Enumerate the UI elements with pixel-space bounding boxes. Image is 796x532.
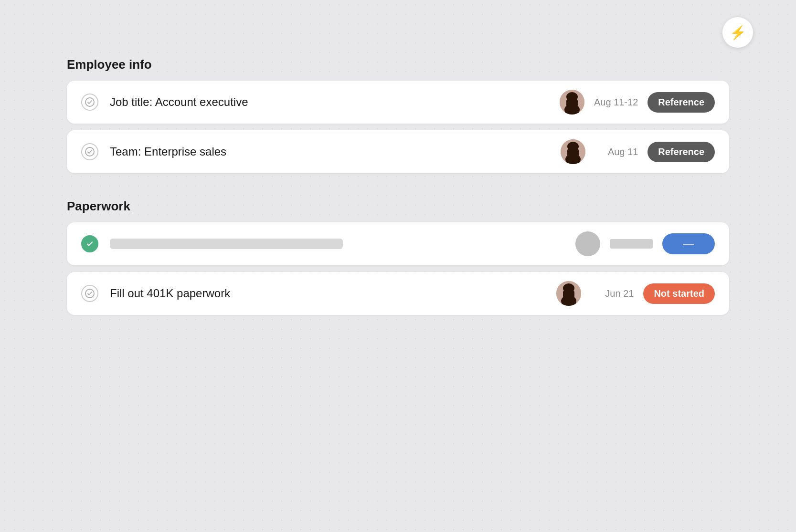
- section-title-paperwork: Paperwork: [67, 199, 729, 214]
- job-title-label: Job title: Account executive: [110, 95, 560, 109]
- avatar-401k: [556, 281, 581, 306]
- date-401k: Jun 21: [591, 288, 634, 299]
- badge-job-title[interactable]: Reference: [647, 92, 715, 113]
- paperwork-blurred-label: [110, 239, 343, 249]
- svg-point-16: [85, 289, 94, 298]
- check-icon-team: [81, 143, 98, 160]
- date-paperwork-blurred: [610, 239, 653, 249]
- svg-point-0: [85, 98, 94, 106]
- date-team: Aug 11: [595, 146, 638, 157]
- svg-point-8: [85, 147, 94, 156]
- card-job-title: Job title: Account executive Aug 11-12 R…: [67, 81, 729, 124]
- lightning-button[interactable]: ⚡: [722, 17, 753, 48]
- badge-401k[interactable]: Not started: [643, 283, 715, 304]
- card-team: Team: Enterprise sales Aug 11 Reference: [67, 130, 729, 173]
- check-icon-job-title: [81, 94, 98, 111]
- team-label: Team: Enterprise sales: [110, 145, 561, 158]
- badge-paperwork-blurred[interactable]: [662, 233, 715, 254]
- section-paperwork: Paperwork Fill out 401K paperwork: [67, 199, 729, 315]
- lightning-icon: ⚡: [730, 25, 746, 41]
- card-paperwork-blurred: [67, 222, 729, 265]
- avatar-team: [561, 139, 585, 164]
- avatar-job-title: [560, 90, 584, 115]
- check-icon-paperwork-blurred: [81, 235, 98, 252]
- check-icon-401k: [81, 285, 98, 302]
- section-employee-info: Employee info Job title: Account executi…: [67, 57, 729, 173]
- card-401k: Fill out 401K paperwork Jun 21 Not start…: [67, 272, 729, 315]
- main-content: Employee info Job title: Account executi…: [67, 57, 729, 322]
- section-gap: [67, 180, 729, 199]
- badge-team[interactable]: Reference: [647, 142, 715, 162]
- label-401k: Fill out 401K paperwork: [110, 287, 556, 300]
- avatar-paperwork-blurred: [575, 231, 600, 256]
- section-title-employee-info: Employee info: [67, 57, 729, 72]
- date-job-title: Aug 11-12: [594, 97, 638, 108]
